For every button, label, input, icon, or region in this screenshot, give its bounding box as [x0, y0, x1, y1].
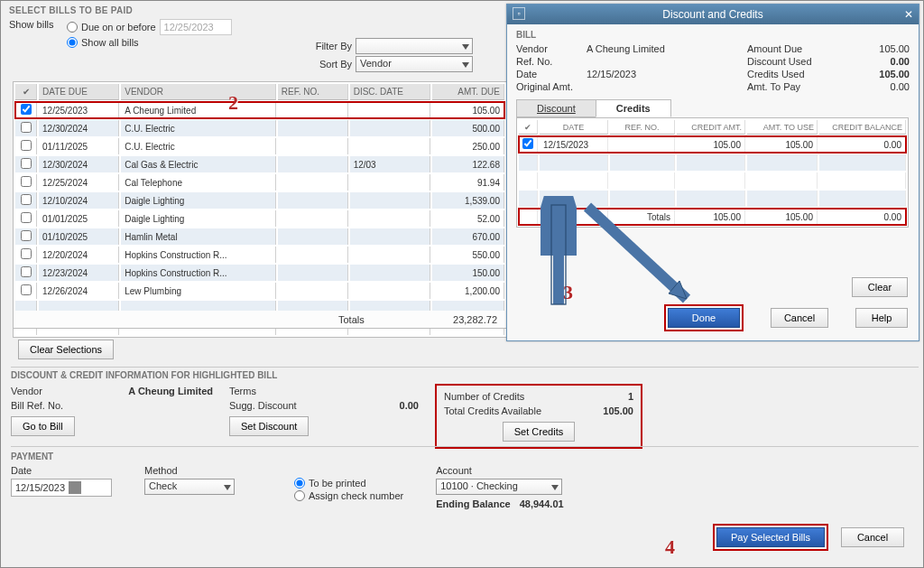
- due-on-before-date[interactable]: [160, 19, 232, 35]
- bill-ref: [278, 138, 348, 154]
- table-row: [519, 154, 906, 171]
- assign-check-radio[interactable]: [294, 490, 305, 501]
- credit-amtuse: 105.00: [747, 136, 818, 153]
- bills-table-header: ✔ DATE DUE VENDOR REF. NO. DISC. DATE AM…: [15, 84, 504, 100]
- dialog-title: Discount and Credits: [662, 8, 762, 21]
- set-discount-button[interactable]: Set Discount: [229, 416, 309, 436]
- dialog-clear-button[interactable]: Clear: [852, 277, 908, 297]
- dialog-done-button[interactable]: Done: [668, 308, 740, 328]
- dialog-titlebar[interactable]: ▫ Discount and Credits ✕: [507, 5, 919, 24]
- bill-row-checkbox[interactable]: [21, 230, 32, 241]
- go-to-bill-button[interactable]: Go to Bill: [11, 416, 75, 436]
- clear-selections-button[interactable]: Clear Selections: [18, 340, 114, 359]
- pay-selected-bills-button[interactable]: Pay Selected Bills: [716, 527, 825, 547]
- bill-date: 12/20/2024: [39, 247, 119, 263]
- cancel-button[interactable]: Cancel: [841, 527, 904, 547]
- bill-ref: [278, 102, 348, 118]
- annotation-3: 3: [563, 281, 573, 304]
- restore-icon[interactable]: ▫: [513, 7, 525, 20]
- calendar-icon[interactable]: [69, 481, 81, 494]
- dialog-help-button[interactable]: Help: [855, 308, 908, 328]
- credit-row-checkbox[interactable]: [522, 138, 533, 149]
- tab-discount[interactable]: Discount: [516, 99, 596, 117]
- annotation-4: 4: [665, 535, 675, 559]
- due-on-before-label: Due on or before: [81, 22, 156, 33]
- bill-row-checkbox[interactable]: [21, 248, 32, 259]
- bill-date: 12/23/2024: [39, 265, 119, 281]
- table-row[interactable]: 12/20/2024Hopkins Construction R...550.0…: [15, 247, 504, 263]
- sugg-discount-label: Sugg. Discount: [229, 400, 297, 411]
- table-row[interactable]: 01/01/2025Daigle Lighting52.00: [15, 210, 504, 227]
- pay-date-input[interactable]: 12/15/2023: [11, 479, 112, 497]
- dlg-credused-value: 105.00: [879, 69, 910, 79]
- due-on-before-radio[interactable]: [67, 22, 78, 33]
- show-bills-label: Show bills: [9, 19, 61, 30]
- bill-amt: 1,200.00: [432, 283, 504, 299]
- table-row[interactable]: 12/26/2024Lew Plumbing1,200.00: [15, 283, 504, 299]
- bill-ref: [278, 156, 348, 172]
- annotation-2: 2: [228, 91, 238, 115]
- bill-date: 01/01/2025: [39, 210, 119, 227]
- bill-disc: [350, 265, 430, 281]
- ending-balance-value: 48,944.01: [520, 498, 564, 509]
- bill-row-checkbox[interactable]: [21, 158, 32, 169]
- bill-date: 12/26/2024: [39, 283, 119, 299]
- tab-credits[interactable]: Credits: [596, 99, 671, 117]
- bill-disc: [350, 120, 430, 136]
- table-row[interactable]: 12/30/2024C.U. Electric500.00: [15, 120, 504, 136]
- credit-date: 12/15/2023: [540, 136, 608, 153]
- table-row[interactable]: 01/11/2025C.U. Electric250.00: [15, 138, 504, 154]
- show-all-bills-radio[interactable]: [67, 37, 78, 48]
- bill-disc: 12/03: [350, 156, 430, 172]
- terms-label: Terms: [229, 386, 256, 396]
- bill-row-checkbox[interactable]: [21, 176, 32, 187]
- bill-date: 12/10/2024: [39, 192, 119, 209]
- pay-method-label: Method: [144, 465, 262, 476]
- table-row[interactable]: 12/25/2024Cal Telephone91.94: [15, 174, 504, 191]
- bill-ref: [278, 265, 348, 281]
- table-row[interactable]: 12/30/2024Cal Gas & Electric12/03122.68: [15, 156, 504, 172]
- dlg-amtdue-label: Amount Due: [747, 43, 802, 54]
- pay-method-combo[interactable]: Check: [144, 479, 235, 495]
- set-credits-button[interactable]: Set Credits: [503, 422, 575, 442]
- bill-row-checkbox[interactable]: [21, 212, 32, 223]
- sugg-discount-value: 0.00: [400, 400, 419, 411]
- table-row[interactable]: 12/23/2024Hopkins Construction R...150.0…: [15, 265, 504, 281]
- dlg-ref-label: Ref. No.: [516, 56, 581, 67]
- bill-vendor: Lew Plumbing: [121, 283, 276, 299]
- table-row[interactable]: 12/25/2023A Cheung Limited105.00: [15, 102, 504, 118]
- bill-date: 12/25/2024: [39, 174, 119, 191]
- bill-row-checkbox[interactable]: [21, 122, 32, 133]
- account-combo[interactable]: 10100 · Checking: [436, 479, 562, 495]
- bill-row-checkbox[interactable]: [21, 194, 32, 205]
- account-label: Account: [436, 465, 563, 476]
- credit-bal: 0.00: [819, 136, 906, 153]
- close-icon[interactable]: ✕: [904, 8, 913, 21]
- bill-row-checkbox[interactable]: [21, 266, 32, 277]
- dialog-cancel-button[interactable]: Cancel: [771, 308, 828, 328]
- table-row[interactable]: 12/15/2023105.00105.000.00: [519, 136, 906, 153]
- filter-by-combo[interactable]: [356, 38, 473, 54]
- bill-row-checkbox[interactable]: [21, 284, 32, 295]
- bill-row-checkbox[interactable]: [21, 104, 32, 115]
- divider: [11, 367, 919, 368]
- bill-date: 01/10/2025: [39, 228, 119, 245]
- table-row: [519, 191, 906, 207]
- credits-table: ✔ DATE REF. NO. CREDIT AMT. AMT. TO USE …: [516, 117, 909, 228]
- bill-ref: [278, 247, 348, 263]
- dlg-date-label: Date: [516, 69, 581, 79]
- bill-vendor: Hopkins Construction R...: [121, 247, 276, 263]
- num-credits-value: 1: [628, 391, 633, 402]
- sort-by-combo[interactable]: Vendor: [356, 56, 473, 72]
- table-row[interactable]: 01/10/2025Hamlin Metal670.00: [15, 228, 504, 245]
- table-row[interactable]: 12/10/2024Daigle Lighting1,539.00: [15, 192, 504, 209]
- bill-ref: [278, 210, 348, 227]
- bill-amt: 550.00: [432, 247, 504, 263]
- dlg-origamt-label: Original Amt.: [516, 81, 581, 92]
- bill-ref: [278, 283, 348, 299]
- bill-amt: 91.94: [432, 174, 504, 191]
- bill-row-checkbox[interactable]: [21, 140, 32, 151]
- to-be-printed-radio[interactable]: [294, 478, 305, 489]
- bill-amt: 500.00: [432, 120, 504, 136]
- ending-balance-label: Ending Balance: [436, 498, 511, 509]
